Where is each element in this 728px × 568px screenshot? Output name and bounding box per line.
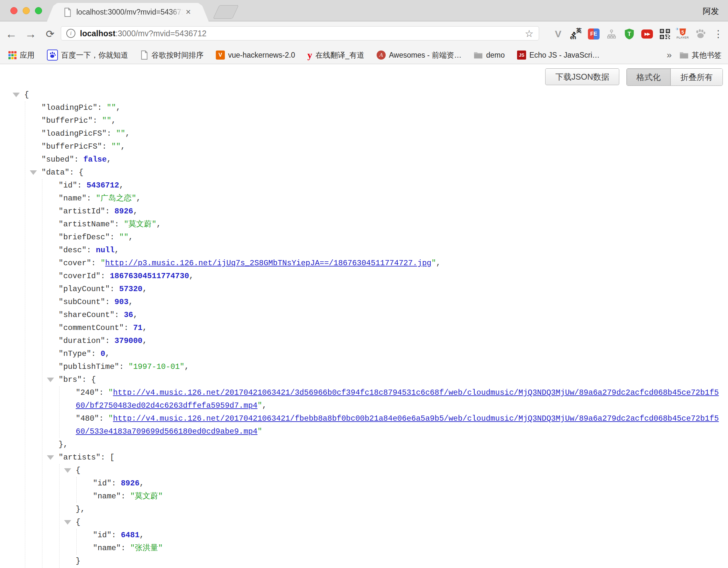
youdao-icon: y: [307, 50, 312, 61]
json-token: :: [101, 272, 110, 280]
bookmark-echojs[interactable]: JS Echo JS - JavaScri…: [517, 50, 600, 60]
view-mode-segmented-control: 格式化 折叠所有: [626, 68, 723, 86]
json-viewer-actions: 下载JSON数据 格式化 折叠所有: [545, 68, 723, 86]
bookmark-youdao[interactable]: y 在线翻译_有道: [307, 50, 364, 61]
browser-tab[interactable]: localhost:3000/mv?mvid=5436712 ×: [55, 3, 201, 21]
json-token: 0: [101, 350, 105, 358]
qr-code-icon[interactable]: [659, 28, 671, 40]
tab-close-icon[interactable]: ×: [186, 8, 191, 17]
json-token: :: [105, 207, 115, 216]
json-token: "duration": [59, 337, 105, 345]
bookmark-star-icon[interactable]: ☆: [525, 28, 534, 39]
close-window-button[interactable]: [10, 7, 17, 14]
json-line: "nType": 0,: [59, 348, 722, 361]
collapse-toggle-icon[interactable]: [47, 455, 54, 460]
vue-hn-icon: V: [216, 50, 225, 60]
json-token: ": [108, 414, 113, 423]
json-token: :: [115, 311, 124, 319]
other-bookmarks-folder[interactable]: 其他书签: [679, 50, 722, 60]
json-token: :: [119, 362, 128, 371]
bookmark-google-sort[interactable]: 谷歌按时间排序: [140, 50, 204, 60]
bookmarks-overflow-chevron[interactable]: »: [667, 50, 672, 60]
bookmark-apps[interactable]: 应用: [8, 50, 35, 60]
json-token: ,: [125, 129, 130, 138]
json-token: 57320: [119, 285, 142, 294]
json-token: "bufferPicFS": [41, 142, 102, 151]
bookmark-label: 应用: [20, 50, 35, 60]
json-token: ,: [139, 531, 144, 540]
json-children: "id": 8926,"name": "莫文蔚": [76, 477, 722, 503]
bookmark-vue-hackernews[interactable]: V vue-hackernews-2.0: [216, 50, 295, 60]
json-token: "publishTime": [59, 362, 119, 371]
json-line: "duration": 379000,: [59, 335, 722, 348]
collapse-toggle-icon[interactable]: [30, 170, 37, 175]
json-token: {: [76, 518, 80, 527]
translate-icon[interactable]: 英 en ⇄: [570, 28, 582, 40]
collapse-toggle-icon[interactable]: [64, 520, 71, 525]
sitemap-icon[interactable]: [606, 28, 617, 40]
json-token: ": [101, 259, 105, 267]
json-token: ,: [133, 311, 138, 319]
site-info-icon[interactable]: i: [66, 29, 75, 38]
json-token: ,: [156, 220, 161, 228]
address-bar[interactable]: i localhost:3000/mv?mvid=5436712 ☆: [61, 26, 539, 40]
minimize-window-button[interactable]: [23, 7, 30, 14]
player-label: PLAYER: [677, 36, 689, 39]
html5-player-icon[interactable]: ✈ 5 PLAYER: [677, 28, 689, 40]
collapse-toggle-icon[interactable]: [64, 468, 71, 473]
json-link[interactable]: http://p3.music.126.net/ijUq7s_2S8GMbTNs…: [105, 259, 431, 267]
video-speed-icon[interactable]: ▶▶: [641, 28, 653, 40]
reload-button[interactable]: ⟳: [41, 21, 60, 46]
format-button[interactable]: 格式化: [627, 69, 670, 85]
json-token: :: [99, 388, 108, 397]
json-token: "coverId": [59, 272, 101, 280]
json-token: "subed": [41, 155, 74, 164]
json-line: {: [76, 464, 722, 477]
paw-extension-icon[interactable]: [695, 28, 706, 40]
json-line: "subCount": 903,: [59, 296, 722, 309]
tab-strip: localhost:3000/mv?mvid=5436712 × 阿发: [0, 0, 728, 21]
json-token: ,: [111, 116, 116, 125]
json-token: ,: [119, 181, 124, 190]
forward-button[interactable]: →: [21, 21, 40, 46]
vue-devtools-icon[interactable]: V: [552, 28, 564, 40]
json-token: "id": [93, 479, 112, 488]
fe-toolbox-icon[interactable]: FE: [588, 28, 600, 40]
bookmark-baidu[interactable]: 百度一下，你就知道: [47, 50, 128, 61]
json-token: 903: [115, 298, 128, 306]
json-token: 36: [124, 311, 133, 319]
back-button[interactable]: ←: [2, 21, 21, 46]
collapse-all-button[interactable]: 折叠所有: [670, 69, 722, 85]
json-line: "artists": [: [59, 451, 722, 464]
json-token: ": [258, 401, 262, 410]
new-tab-button[interactable]: [213, 5, 239, 19]
json-token: }: [76, 557, 80, 565]
bookmark-awesomes[interactable]: A Awesomes - 前端资…: [377, 50, 462, 60]
json-token: :: [91, 350, 101, 358]
shield-extension-icon[interactable]: T: [623, 28, 635, 40]
profile-name[interactable]: 阿发: [703, 6, 719, 17]
bookmark-folder-demo[interactable]: demo: [474, 51, 505, 60]
json-token: "id": [59, 181, 77, 190]
json-token: "desc": [59, 246, 86, 254]
json-token: ,: [116, 103, 120, 112]
json-line: "bufferPic": "",: [41, 114, 722, 127]
json-token: "nType": [59, 350, 91, 358]
collapse-toggle-icon[interactable]: [47, 378, 54, 382]
json-line: "loadingPicFS": "",: [41, 127, 722, 140]
maximize-window-button[interactable]: [35, 7, 42, 14]
browser-menu-icon[interactable]: ⋮: [712, 28, 724, 40]
bookmarks-bar: 应用 百度一下，你就知道 谷歌按时间排序 V vue-hackernews-2.…: [0, 46, 728, 64]
collapse-toggle-icon[interactable]: [13, 93, 20, 97]
json-link[interactable]: http://v4.music.126.net/20170421063421/3…: [76, 388, 719, 410]
download-json-button[interactable]: 下载JSON数据: [545, 68, 619, 85]
url-text[interactable]: localhost:3000/mv?mvid=5436712: [80, 29, 206, 38]
translate-zh-glyph: 英: [576, 27, 582, 34]
json-link[interactable]: http://v4.music.126.net/20170421063421/f…: [76, 414, 719, 436]
json-line: "240": "http://v4.music.126.net/20170421…: [76, 386, 722, 412]
svg-text:T: T: [628, 30, 631, 37]
json-token: :: [86, 246, 96, 254]
json-children: "id": 5436712,"name": "广岛之恋","artistId":…: [42, 179, 722, 568]
json-line: "artistName": "莫文蔚",: [59, 218, 722, 231]
folder-icon: [474, 51, 483, 59]
